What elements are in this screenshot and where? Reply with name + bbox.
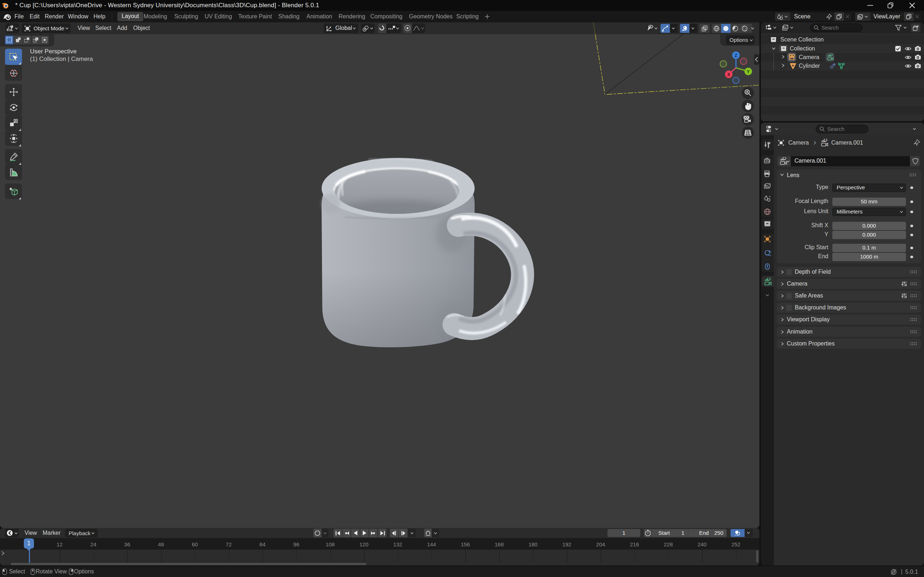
- svg-text:Y: Y: [747, 69, 750, 74]
- svg-text:X: X: [727, 72, 730, 77]
- svg-text:Z: Z: [735, 53, 737, 58]
